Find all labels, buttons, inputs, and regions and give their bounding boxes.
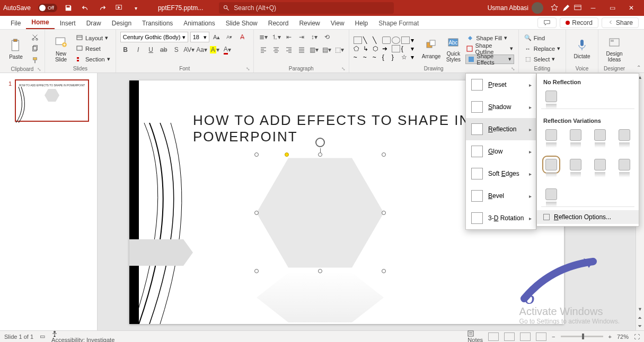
dictate-button[interactable]: Dictate: [570, 33, 594, 64]
accessibility-button[interactable]: Accessibility: Investigate: [51, 330, 114, 343]
no-reflection-thumb[interactable]: [545, 91, 557, 102]
clipboard-launcher[interactable]: ⤡: [37, 67, 41, 72]
increase-font-icon[interactable]: A▴: [211, 32, 222, 42]
reflection-variant-4[interactable]: [619, 129, 630, 141]
underline-icon[interactable]: U: [146, 44, 156, 55]
shape-outline-button[interactable]: Shape Outline ▾: [465, 44, 514, 53]
arrange-button[interactable]: Arrange: [421, 33, 442, 64]
quick-styles-button[interactable]: Abc Quick Styles: [444, 33, 464, 64]
shape-effects-button[interactable]: Shape Effects ▾: [465, 55, 514, 64]
maximize-button[interactable]: ▭: [603, 0, 622, 16]
slide-thumbnails-pane[interactable]: 1 HOW TO ADD EFFECTS TO SHAPE IN POWERPO…: [0, 73, 98, 330]
highlight-icon[interactable]: A▾: [209, 44, 220, 55]
shapes-gallery[interactable]: ╲╲▾ ⬠↳⬡➜{▾ ~~~{}☆▾: [354, 37, 419, 61]
reflection-variant-7[interactable]: [594, 159, 606, 170]
from-beginning-icon[interactable]: [113, 2, 125, 14]
slideshow-view-icon[interactable]: [536, 332, 546, 341]
search-box[interactable]: Search (Alt+Q): [219, 2, 394, 14]
line-spacing-icon[interactable]: ↕▾: [309, 32, 320, 42]
fit-to-window-icon[interactable]: ⛶: [634, 334, 640, 340]
resize-handle-s[interactable]: [318, 269, 322, 273]
qat-customize-icon[interactable]: ▾: [130, 2, 142, 14]
change-case-icon[interactable]: Aa▾: [197, 44, 207, 55]
cut-icon[interactable]: [30, 32, 40, 42]
design-ideas-button[interactable]: Design Ideas: [603, 33, 626, 64]
language-icon[interactable]: ▭: [40, 333, 45, 340]
fx-preset[interactable]: Preset▸: [466, 74, 536, 96]
resize-handle-sw[interactable]: [254, 269, 259, 273]
reflection-variant-3[interactable]: [594, 129, 606, 141]
reflection-options[interactable]: Reflection Options...: [537, 210, 639, 224]
paste-button[interactable]: Paste: [4, 33, 28, 64]
tab-file[interactable]: File: [5, 17, 26, 29]
minimize-button[interactable]: ─: [584, 0, 603, 16]
tab-transitions[interactable]: Transitions: [137, 17, 178, 29]
shadow-text-icon[interactable]: S: [171, 44, 182, 55]
autosave-toggle[interactable]: Off: [38, 4, 57, 12]
copy-icon[interactable]: [30, 43, 40, 54]
columns-icon[interactable]: ▥▾: [309, 44, 320, 55]
coming-soon-icon[interactable]: [549, 2, 560, 14]
align-right-icon[interactable]: [284, 44, 294, 55]
tab-design[interactable]: Design: [107, 17, 137, 29]
save-icon[interactable]: [63, 2, 74, 14]
layout-button[interactable]: Layout ▾: [75, 33, 111, 43]
replace-button[interactable]: ↔Replace ▾: [523, 44, 561, 53]
tab-review[interactable]: Review: [294, 17, 325, 29]
align-text-icon[interactable]: ▤▾: [322, 44, 332, 55]
pen-icon[interactable]: [560, 2, 572, 14]
tab-animations[interactable]: Animations: [178, 17, 220, 29]
collapse-ribbon-icon[interactable]: ⌃: [637, 65, 641, 70]
normal-view-icon[interactable]: [488, 332, 499, 341]
ribbon-display-icon[interactable]: [572, 2, 584, 14]
reading-view-icon[interactable]: [520, 332, 531, 341]
font-launcher[interactable]: ⤡: [246, 66, 250, 71]
notes-button[interactable]: Notes: [467, 330, 483, 343]
find-button[interactable]: 🔍Find: [523, 33, 561, 43]
fx-3d-rotation[interactable]: 3-D Rotation▸: [466, 207, 536, 229]
tab-insert[interactable]: Insert: [55, 17, 81, 29]
reflection-variant-8[interactable]: [619, 159, 630, 170]
strikethrough-icon[interactable]: ab: [158, 44, 169, 55]
undo-icon[interactable]: [80, 2, 91, 14]
reset-button[interactable]: Reset: [75, 44, 111, 53]
reflection-variant-5[interactable]: [545, 159, 557, 170]
section-button[interactable]: Section ▾: [75, 55, 111, 64]
share-button[interactable]: Share: [602, 17, 639, 28]
fx-reflection[interactable]: Reflection▸: [466, 118, 536, 140]
character-spacing-icon[interactable]: AV▾: [184, 44, 195, 55]
smartart-icon[interactable]: ⬚▾: [334, 44, 345, 55]
drawing-launcher[interactable]: ⤡: [511, 66, 515, 71]
reflection-variant-2[interactable]: [570, 129, 581, 141]
tab-draw[interactable]: Draw: [81, 17, 107, 29]
font-color-icon[interactable]: A▾: [222, 44, 233, 55]
prev-slide-icon[interactable]: ⏶: [636, 313, 644, 322]
fx-soft-edges[interactable]: Soft Edges▸: [466, 163, 536, 185]
font-size-combo[interactable]: 18▾: [190, 32, 209, 42]
fx-glow[interactable]: Glow▸: [466, 140, 536, 163]
resize-handle-n[interactable]: [318, 152, 322, 157]
clear-formatting-icon[interactable]: A̶: [237, 32, 248, 42]
bullets-icon[interactable]: ≣▾: [258, 32, 269, 42]
zoom-in-icon[interactable]: +: [608, 334, 612, 340]
resize-handle-e[interactable]: [382, 211, 386, 215]
fx-shadow[interactable]: Shadow▸: [466, 96, 536, 118]
resize-handle-nw[interactable]: [254, 152, 259, 157]
shape-fill-button[interactable]: Shape Fill ▾: [465, 33, 514, 43]
rotate-handle[interactable]: [315, 138, 325, 147]
adjustment-handle[interactable]: [285, 152, 289, 157]
tab-shape-format[interactable]: Shape Format: [373, 17, 424, 29]
bold-icon[interactable]: B: [120, 44, 131, 55]
tab-record[interactable]: Record: [263, 17, 294, 29]
align-center-icon[interactable]: [271, 44, 281, 55]
text-direction-icon[interactable]: ⟲: [322, 32, 332, 42]
italic-icon[interactable]: I: [133, 44, 144, 55]
close-button[interactable]: ✕: [622, 0, 641, 16]
tab-help[interactable]: Help: [350, 17, 374, 29]
redo-icon[interactable]: [96, 2, 108, 14]
record-button[interactable]: Record: [560, 17, 598, 28]
fx-bevel[interactable]: Bevel▸: [466, 185, 536, 207]
select-button[interactable]: ⬚Select ▾: [523, 55, 561, 64]
zoom-level[interactable]: 72%: [617, 334, 629, 340]
increase-indent-icon[interactable]: ⇥: [296, 32, 307, 42]
